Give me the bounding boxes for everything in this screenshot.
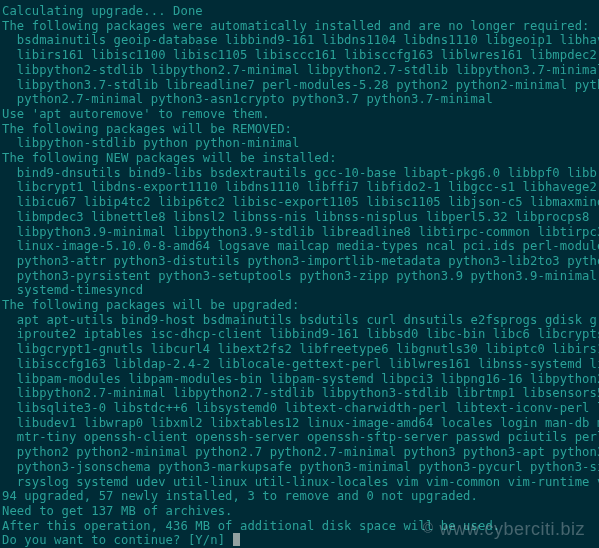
terminal-line: libirs161 libisc1100 libisc1105 libisccc… xyxy=(2,48,599,62)
terminal-line: python2 python2-minimal python2.7 python… xyxy=(2,445,599,459)
terminal-line: libpython2.7-minimal libpython2.7-stdlib… xyxy=(2,386,599,400)
terminal-line: libisccfg163 libldap-2.4-2 liblocale-get… xyxy=(2,357,599,371)
terminal-line: The following packages were automaticall… xyxy=(2,19,590,33)
cursor[interactable] xyxy=(233,533,240,546)
terminal-line: rsyslog systemd udev util-linux util-lin… xyxy=(2,475,599,489)
terminal-line: libpython3.9-minimal libpython3.9-stdlib… xyxy=(2,225,599,239)
terminal-line: Use 'apt autoremove' to remove them. xyxy=(2,107,270,121)
terminal-line: python3-pyrsistent python3-setuptools py… xyxy=(2,269,599,283)
terminal-line: python3-attr python3-distutils python3-i… xyxy=(2,254,599,268)
terminal-line: The following packages will be upgraded: xyxy=(2,298,300,312)
terminal-line: libpam-modules libpam-modules-bin libpam… xyxy=(2,372,599,386)
terminal-line: iproute2 iptables isc-dhcp-client libbin… xyxy=(2,327,599,341)
terminal-line: After this operation, 436 MB of addition… xyxy=(2,519,500,533)
terminal-line: Calculating upgrade... Done xyxy=(2,4,203,18)
terminal-line: systemd-timesyncd xyxy=(2,283,143,297)
terminal-line: python2.7-minimal python3-asn1crypto pyt… xyxy=(2,92,493,106)
terminal-line: 94 upgraded, 57 newly installed, 3 to re… xyxy=(2,489,478,503)
terminal-line: linux-image-5.10.0-8-amd64 logsave mailc… xyxy=(2,239,599,253)
terminal-line: libmpdec3 libnettle8 libnsl2 libnss-nis … xyxy=(2,210,590,224)
terminal-line: The following packages will be REMOVED: xyxy=(2,122,292,136)
terminal-line: The following NEW packages will be insta… xyxy=(2,151,337,165)
terminal-line: bind9-dnsutils bind9-libs bsdextrautils … xyxy=(2,166,599,180)
terminal-line: apt apt-utils bind9-host bsdmainutils bs… xyxy=(2,313,599,327)
terminal-line: libpython2-stdlib libpython2.7-minimal l… xyxy=(2,63,599,77)
terminal-line: python3-jsonschema python3-markupsafe py… xyxy=(2,460,599,474)
terminal-line: bsdmainutils geoip-database libbind9-161… xyxy=(2,33,599,47)
terminal-output: Calculating upgrade... Done The followin… xyxy=(0,0,599,548)
terminal-line: libudev1 libwrap0 libxml2 libxtables12 l… xyxy=(2,416,599,430)
terminal-line: Do you want to continue? [Y/n] xyxy=(2,533,233,547)
terminal-line: libgcrypt1-gnutls libcurl4 libext2fs2 li… xyxy=(2,342,599,356)
terminal-line: libsqlite3-0 libstdc++6 libsystemd0 libt… xyxy=(2,401,599,415)
terminal-line: Need to get 137 MB of archives. xyxy=(2,504,233,518)
terminal-line: mtr-tiny openssh-client openssh-server o… xyxy=(2,430,599,444)
terminal-line: libcrypt1 libdns-export1110 libdns1110 l… xyxy=(2,180,599,194)
terminal-line: libpython-stdlib python python-minimal xyxy=(2,136,300,150)
terminal-line: libpython3.7-stdlib libreadline7 perl-mo… xyxy=(2,78,599,92)
terminal-line: libicu67 libip4tc2 libip6tc2 libisc-expo… xyxy=(2,195,599,209)
